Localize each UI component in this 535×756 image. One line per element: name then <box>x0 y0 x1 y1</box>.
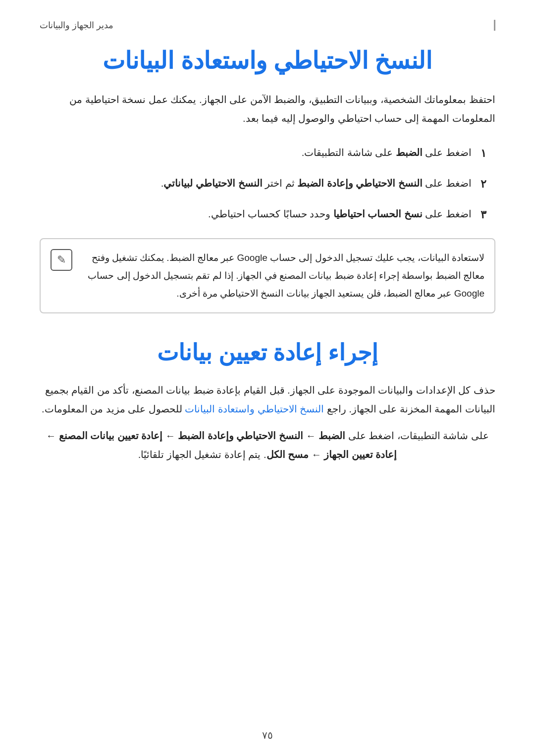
step-1-text: اضغط على الضبط على شاشة التطبيقات. <box>40 144 472 161</box>
step-1-number: ١ <box>481 144 495 163</box>
s2-bold2: النسخ الاحتياطي وإعادة الضبط <box>178 430 303 441</box>
section2-steps: على شاشة التطبيقات، اضغط على الضبط ← الن… <box>40 426 495 464</box>
step-3-number: ٣ <box>481 205 495 225</box>
s2-bold4: إعادة تعيين الجهاز <box>324 449 397 460</box>
breadcrumb: مدير الجهاز والبيانات <box>40 20 113 31</box>
step-2-bold1: النسخ الاحتياطي وإعادة الضبط <box>297 178 423 189</box>
step-1: ١ اضغط على الضبط على شاشة التطبيقات. <box>40 144 495 163</box>
section2-intro: حذف كل الإعدادات والبيانات الموجودة على … <box>40 381 495 418</box>
note-text: لاستعادة البيانات، يجب عليك تسجيل الدخول… <box>80 249 484 302</box>
step-3-text: اضغط على نسخ الحساب احتياطيا وحدد حسابًا… <box>40 205 472 223</box>
section2-title: إجراء إعادة تعيين بيانات <box>40 338 495 368</box>
page-container: مدير الجهاز والبيانات النسخ الاحتياطي وا… <box>0 0 535 756</box>
page-number: ٧٥ <box>262 729 273 741</box>
step-2: ٢ اضغط على النسخ الاحتياطي وإعادة الضبط … <box>40 174 495 194</box>
note-icon: ✎ <box>51 249 72 271</box>
step-1-bold: الضبط <box>396 147 423 158</box>
s2-bold1: الضبط <box>319 430 345 441</box>
step-2-text: اضغط على النسخ الاحتياطي وإعادة الضبط ثم… <box>40 174 472 192</box>
step-3: ٣ اضغط على نسخ الحساب احتياطيا وحدد حساب… <box>40 205 495 225</box>
section1-title: النسخ الاحتياطي واستعادة البيانات <box>40 46 495 76</box>
section1-intro: احتفظ بمعلوماتك الشخصية، وببيانات التطبي… <box>40 90 495 128</box>
backup-link[interactable]: النسخ الاحتياطي واستعادة البيانات <box>185 403 324 414</box>
steps-list: ١ اضغط على الضبط على شاشة التطبيقات. ٢ ا… <box>40 144 495 224</box>
note-box: ✎ لاستعادة البيانات، يجب عليك تسجيل الدخ… <box>40 238 495 313</box>
step-2-bold2: النسخ الاحتياطي لبياناتي <box>163 178 262 189</box>
step-3-bold: نسخ الحساب احتياطيا <box>333 208 423 219</box>
step-2-number: ٢ <box>481 174 495 194</box>
s2-bold3: إعادة تعيين بيانات المصنع <box>59 430 163 441</box>
s2-bold5: مسح الكل <box>267 449 309 460</box>
header-bar: مدير الجهاز والبيانات <box>40 20 495 31</box>
